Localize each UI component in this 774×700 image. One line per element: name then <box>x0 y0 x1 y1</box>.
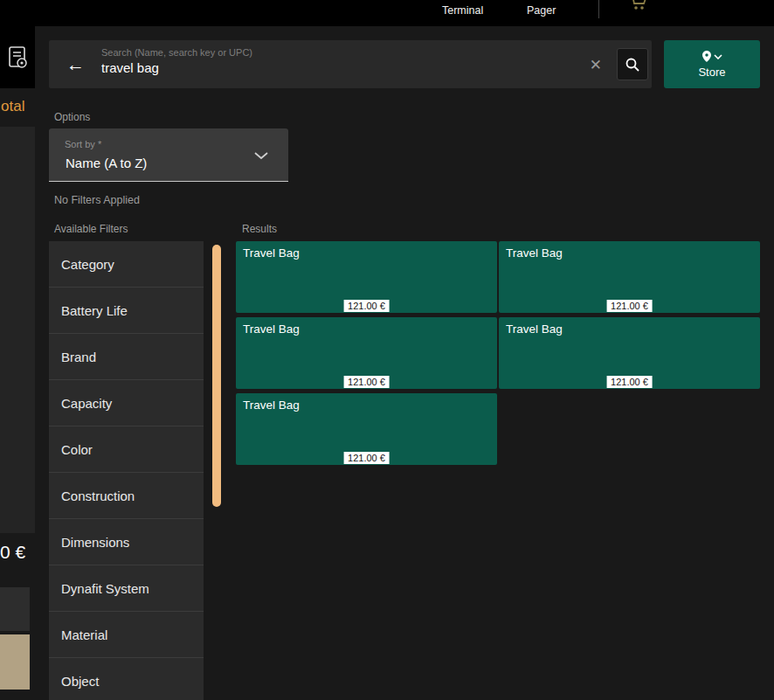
topbar-terminal[interactable]: Terminal <box>442 4 483 17</box>
sort-by-label: Sort by * <box>65 139 101 149</box>
left-partial-product-image[interactable] <box>0 634 30 690</box>
left-partial-button[interactable] <box>0 587 30 631</box>
search-input[interactable] <box>101 60 547 75</box>
topbar: Terminal Pager <box>0 0 774 26</box>
clear-search-icon[interactable]: ✕ <box>590 55 602 73</box>
product-name: Travel Bag <box>243 322 300 336</box>
product-card[interactable]: Travel Bag 121.00 € <box>499 241 760 313</box>
product-name: Travel Bag <box>243 399 300 412</box>
store-button-icons <box>701 50 722 63</box>
order-amount-partial: 0 € <box>0 542 25 563</box>
store-button[interactable]: Store <box>664 40 760 88</box>
filter-item-category[interactable]: Category <box>49 241 204 288</box>
sort-by-value: Name (A to Z) <box>66 156 147 170</box>
results-grid: Travel Bag 121.00 € Travel Bag 121.00 € … <box>236 241 761 465</box>
product-name: Travel Bag <box>506 246 563 260</box>
filter-item-color[interactable]: Color <box>49 426 204 473</box>
product-card[interactable]: Travel Bag 121.00 € <box>236 317 497 389</box>
options-label: Options <box>54 111 90 123</box>
topbar-divider <box>598 0 599 18</box>
left-order-panel <box>0 127 35 533</box>
filter-item-dynafit-system[interactable]: Dynafit System <box>49 565 204 612</box>
cart-icon[interactable] <box>629 0 648 11</box>
search-button[interactable] <box>617 48 648 80</box>
product-card[interactable]: Travel Bag 121.00 € <box>236 241 497 313</box>
product-card[interactable]: Travel Bag 121.00 € <box>499 317 760 389</box>
product-name: Travel Bag <box>506 322 563 336</box>
filter-list: Category Battery Life Brand Capacity Col… <box>49 241 204 700</box>
total-label-partial: otal <box>1 98 24 115</box>
search-bar: ← Search (Name, search key or UPC) ✕ <box>49 40 652 88</box>
search-placeholder-label: Search (Name, search key or UPC) <box>101 47 547 58</box>
filter-item-object[interactable]: Object <box>49 658 204 700</box>
topbar-pager[interactable]: Pager <box>527 4 556 17</box>
results-label: Results <box>242 223 277 235</box>
sort-by-select[interactable]: Sort by * Name (A to Z) <box>49 128 288 182</box>
filter-item-dimensions[interactable]: Dimensions <box>49 519 204 565</box>
filter-item-battery-life[interactable]: Battery Life <box>49 288 204 334</box>
pos-product-search-screen: Terminal Pager otal 0 € ← Search (Name, … <box>0 0 774 700</box>
store-button-label: Store <box>698 66 725 79</box>
product-price: 121.00 € <box>606 300 653 312</box>
product-price: 121.00 € <box>343 300 390 312</box>
back-arrow-icon[interactable]: ← <box>66 54 85 75</box>
chevron-down-icon <box>714 54 722 59</box>
chevron-down-icon <box>253 151 269 160</box>
magnifier-icon <box>625 57 640 73</box>
filter-item-brand[interactable]: Brand <box>49 334 204 380</box>
product-name: Travel Bag <box>243 246 300 260</box>
product-price: 121.00 € <box>343 376 390 388</box>
search-field[interactable]: Search (Name, search key or UPC) <box>101 47 547 75</box>
location-pin-icon <box>701 50 712 63</box>
left-nav-panel <box>0 26 35 88</box>
product-price: 121.00 € <box>606 376 653 388</box>
product-price: 121.00 € <box>343 452 390 464</box>
available-filters-label: Available Filters <box>54 223 128 235</box>
orders-icon[interactable] <box>6 45 29 70</box>
product-card[interactable]: Travel Bag 121.00 € <box>236 393 497 465</box>
filter-item-construction[interactable]: Construction <box>49 473 204 519</box>
filter-item-capacity[interactable]: Capacity <box>49 380 204 426</box>
filter-item-material[interactable]: Material <box>49 612 204 658</box>
filters-status: No Filters Applied <box>54 194 140 206</box>
filter-list-scrollbar[interactable] <box>212 245 221 507</box>
